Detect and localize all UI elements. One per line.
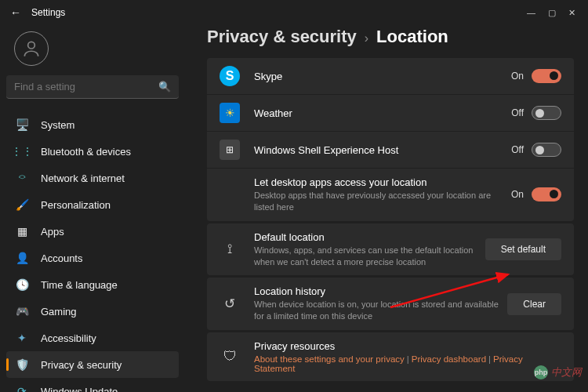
toggle-weather[interactable] <box>532 106 561 120</box>
brush-icon: 🖌️ <box>14 198 30 211</box>
sidebar-item-system[interactable]: 🖥️System <box>6 111 179 138</box>
sidebar-item-update[interactable]: ⟳Windows Update <box>6 378 179 392</box>
accessibility-icon: ✦ <box>14 332 30 344</box>
search-icon: 🔍 <box>158 81 171 93</box>
sidebar-item-accounts[interactable]: 👤Accounts <box>6 245 179 271</box>
search-box[interactable]: 🔍 <box>6 75 179 99</box>
history-icon: ↺ <box>220 294 240 314</box>
app-row-weather: ☀ Weather Off <box>207 95 574 132</box>
wifi-icon: ⌔ <box>14 172 30 184</box>
title-bar: ← Settings ― ▢ ✕ <box>0 0 588 25</box>
sidebar-item-network[interactable]: ⌔Network & internet <box>6 165 179 191</box>
privacy-resources-card: 🛡 Privacy resources About these settings… <box>207 332 574 381</box>
person-icon <box>21 38 42 59</box>
sidebar: 🔍 🖥️System ⋮⋮Bluetooth & devices ⌔Networ… <box>0 25 185 392</box>
window-controls: ― ▢ ✕ <box>527 8 582 18</box>
apps-icon: ▦ <box>14 225 30 238</box>
minimize-button[interactable]: ― <box>527 8 535 18</box>
search-input[interactable] <box>14 81 158 93</box>
breadcrumb: Privacy & security › Location <box>207 27 574 47</box>
app-row-shell: ⊞ Windows Shell Experience Host Off <box>207 132 574 169</box>
update-icon: ⟳ <box>14 385 30 392</box>
shell-icon: ⊞ <box>220 140 240 160</box>
display-icon: 🖥️ <box>14 118 30 131</box>
sidebar-item-gaming[interactable]: 🎮Gaming <box>6 298 179 325</box>
svg-point-0 <box>28 42 35 49</box>
watermark: php中文网 <box>534 365 582 379</box>
toggle-shell[interactable] <box>532 143 561 157</box>
window-title: Settings <box>31 7 65 18</box>
location-history-card: ↺ Location history When device location … <box>207 278 574 330</box>
sidebar-item-personalization[interactable]: 🖌️Personalization <box>6 191 179 218</box>
set-default-button[interactable]: Set default <box>485 238 561 260</box>
chevron-right-icon: › <box>365 31 368 45</box>
bluetooth-icon: ⋮⋮ <box>14 145 30 158</box>
link-about[interactable]: About these settings and your privacy <box>254 354 405 364</box>
sidebar-item-accessibility[interactable]: ✦Accessibility <box>6 325 179 351</box>
clear-button[interactable]: Clear <box>507 293 561 315</box>
main-content: Privacy & security › Location S Skype On… <box>185 25 588 392</box>
sidebar-item-bluetooth[interactable]: ⋮⋮Bluetooth & devices <box>6 138 179 165</box>
app-permissions-card: S Skype On ☀ Weather Off ⊞ Windows Shell… <box>207 58 574 221</box>
app-row-skype: S Skype On <box>207 58 574 95</box>
link-dashboard[interactable]: Privacy dashboard <box>412 354 486 364</box>
close-button[interactable]: ✕ <box>568 8 575 18</box>
weather-icon: ☀ <box>220 103 240 123</box>
sidebar-item-privacy[interactable]: 🛡️Privacy & security <box>6 351 179 378</box>
clock-icon: 🕓 <box>14 278 30 291</box>
toggle-desktop-apps[interactable] <box>532 187 561 201</box>
toggle-skype[interactable] <box>532 69 561 83</box>
skype-icon: S <box>220 66 240 86</box>
shield-icon: 🛡️ <box>14 358 30 371</box>
page-title: Location <box>376 27 448 47</box>
avatar[interactable] <box>14 31 49 66</box>
default-location-card: ⟟ Default location Windows, apps, and se… <box>207 223 574 276</box>
desktop-apps-row: Let desktop apps access your location De… <box>207 169 574 221</box>
location-pin-icon: ⟟ <box>220 239 240 260</box>
account-icon: 👤 <box>14 252 30 264</box>
privacy-shield-icon: 🛡 <box>220 347 240 367</box>
maximize-button[interactable]: ▢ <box>548 8 556 18</box>
sidebar-item-apps[interactable]: ▦Apps <box>6 218 179 245</box>
sidebar-item-time[interactable]: 🕓Time & language <box>6 271 179 298</box>
gaming-icon: 🎮 <box>14 305 30 318</box>
breadcrumb-parent[interactable]: Privacy & security <box>207 27 357 47</box>
footer-links: ⍰Get help ✎Give feedback <box>207 383 574 392</box>
back-button[interactable]: ← <box>6 6 25 19</box>
